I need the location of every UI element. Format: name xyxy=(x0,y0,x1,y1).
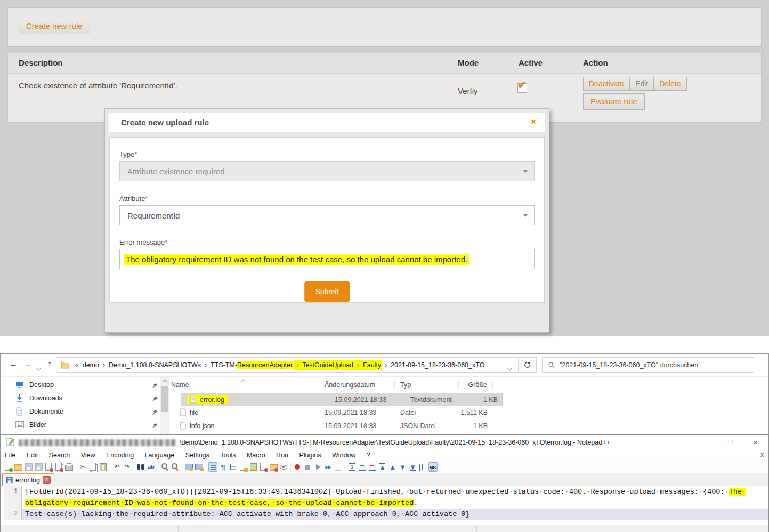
close-icon[interactable]: × xyxy=(531,117,536,127)
open-file-icon[interactable] xyxy=(14,462,23,472)
column-name[interactable]: Name xyxy=(171,381,319,390)
indent-guide-icon[interactable] xyxy=(229,462,238,472)
file-monitoring-icon[interactable] xyxy=(279,462,288,472)
close-icon[interactable]: × xyxy=(753,438,758,447)
menu-edit[interactable]: Edit xyxy=(22,450,43,461)
evaluate-rule-button[interactable]: Evaluate rule xyxy=(583,93,645,110)
file-row-error-log[interactable]: error.log 15.09.2021 18:33 Textdokument … xyxy=(181,393,503,406)
deactivate-button[interactable]: Deactivate xyxy=(583,77,630,91)
notepad-title-bar[interactable]: \demo\Demo_1.108.0-SNAPSHOTWs\TTS-TM-Res… xyxy=(1,435,768,450)
type-select[interactable]: Attribute existence required xyxy=(119,161,535,181)
copy-icon[interactable] xyxy=(88,462,98,472)
refresh-icon[interactable] xyxy=(519,357,537,373)
tab-error-log[interactable]: error.log × xyxy=(2,473,54,486)
print-icon[interactable] xyxy=(64,462,74,472)
word-wrap-icon[interactable] xyxy=(208,462,217,472)
search-input[interactable]: "2021-09-15_18-23-36-060_xTO" durchsuche… xyxy=(542,357,754,373)
macro-save-icon[interactable] xyxy=(334,462,343,472)
new-file-icon[interactable] xyxy=(4,462,13,472)
redo-icon[interactable]: ↷ xyxy=(123,462,132,472)
save-icon[interactable] xyxy=(24,462,33,472)
menu-view[interactable]: View xyxy=(77,450,100,461)
function-list-icon[interactable] xyxy=(239,462,248,472)
active-checkbox[interactable]: ✔ xyxy=(517,83,527,93)
bookmark-list-icon[interactable] xyxy=(358,462,367,472)
error-message-input[interactable]: The obligatory requirement ID was not fo… xyxy=(119,249,535,269)
document-switcher-icon[interactable] xyxy=(259,462,268,472)
notepad-editor[interactable]: 1 [FolderId(2021-09-15_18-23-36-060_xTO)… xyxy=(1,486,768,525)
forward-icon[interactable]: → xyxy=(24,359,33,369)
bookmark-flag-icon[interactable] xyxy=(347,462,357,472)
attribute-select[interactable]: RequirementId xyxy=(119,205,535,225)
breadcrumb-testguideupload[interactable]: TestGuideUpload xyxy=(301,360,354,370)
address-dropdown-icon[interactable] xyxy=(508,364,512,372)
scrollbar-thumb[interactable] xyxy=(161,386,168,412)
file-row-info-json[interactable]: info.json 15.09.2021 18:33 JSON-Datei 1 … xyxy=(171,420,768,433)
scroll-up-icon[interactable] xyxy=(163,380,168,385)
nav-first-icon[interactable]: ▲ xyxy=(378,462,387,472)
breadcrumb-current-folder[interactable]: 2021-09-15_18-23-36-060_xTO xyxy=(390,360,485,370)
show-all-characters-icon[interactable]: ¶ xyxy=(218,462,228,472)
compare-icon[interactable] xyxy=(418,462,427,472)
create-new-rule-button[interactable]: Create new rule xyxy=(19,18,90,34)
sync-vertical-icon[interactable] xyxy=(184,462,193,472)
back-icon[interactable]: ← xyxy=(9,359,18,369)
spell-check-icon[interactable]: ABC xyxy=(428,462,438,472)
sidebar-item-downloads[interactable]: Downloads xyxy=(1,392,160,406)
nav-next-icon[interactable]: ▼ xyxy=(398,462,407,472)
replace-icon[interactable]: ab xyxy=(147,462,156,472)
submit-button[interactable]: Submit xyxy=(304,281,350,302)
menu-file[interactable]: File xyxy=(1,450,20,461)
document-map-icon[interactable] xyxy=(249,462,258,472)
column-date[interactable]: Änderungsdatum xyxy=(319,381,395,390)
menu-encoding[interactable]: Encoding xyxy=(102,450,138,461)
cut-icon[interactable]: ✂ xyxy=(78,462,87,472)
paste-icon[interactable] xyxy=(99,462,108,472)
macro-play-icon[interactable] xyxy=(313,462,322,472)
column-type[interactable]: Typ xyxy=(395,381,459,390)
sidebar-item-desktop[interactable]: Desktop xyxy=(1,379,160,392)
menu-settings[interactable]: Settings xyxy=(181,450,214,461)
zoom-out-icon[interactable] xyxy=(171,462,180,472)
menu-search[interactable]: Search xyxy=(45,450,75,461)
file-row-file[interactable]: file 15.09.2021 18:33 Datei 1.511 KB xyxy=(171,406,768,420)
find-icon[interactable] xyxy=(136,462,145,472)
sidebar-scrollbar[interactable] xyxy=(160,377,169,435)
edit-button[interactable]: Edit xyxy=(629,77,654,91)
delete-button[interactable]: Delete xyxy=(653,77,686,91)
breadcrumb-demo[interactable]: demo xyxy=(82,360,100,370)
close-file-icon[interactable] xyxy=(44,462,53,472)
menu-macro[interactable]: Macro xyxy=(242,450,270,461)
tab-close-icon[interactable]: × xyxy=(43,476,51,484)
bookmark-clear-icon[interactable] xyxy=(368,462,377,472)
menu-plugins[interactable]: Plugins xyxy=(295,450,326,461)
up-icon[interactable]: ↑ xyxy=(47,359,52,369)
nav-last-icon[interactable]: ▼ xyxy=(408,462,417,472)
close-all-icon[interactable] xyxy=(54,462,63,472)
macro-stop-icon[interactable] xyxy=(303,462,312,472)
save-all-icon[interactable] xyxy=(34,462,43,472)
menu-help[interactable]: ? xyxy=(362,450,375,461)
close-document-x[interactable]: X xyxy=(760,450,764,461)
sync-horizontal-icon[interactable] xyxy=(195,462,204,472)
undo-icon[interactable]: ↶ xyxy=(112,462,122,472)
menu-run[interactable]: Run xyxy=(272,450,293,461)
menu-language[interactable]: Language xyxy=(141,450,179,461)
minimize-icon[interactable]: — xyxy=(698,438,705,446)
folder-as-workspace-icon[interactable] xyxy=(269,462,278,472)
breadcrumb-faulty[interactable]: Faulty xyxy=(362,360,382,370)
maximize-icon[interactable]: □ xyxy=(728,438,732,446)
menu-tools[interactable]: Tools xyxy=(216,450,240,461)
menu-window[interactable]: Window xyxy=(328,450,360,461)
breadcrumb-snapshot[interactable]: Demo_1.108.0-SNAPSHOTWs xyxy=(108,360,202,370)
macro-run-multiple-icon[interactable]: ▶▶ xyxy=(323,462,333,472)
sidebar-item-dokumente[interactable]: Dokumente xyxy=(1,406,160,419)
address-bar[interactable]: « demo › Demo_1.108.0-SNAPSHOTWs › TTS-T… xyxy=(56,357,519,373)
zoom-in-icon[interactable] xyxy=(160,462,169,472)
recent-locations-icon[interactable] xyxy=(37,362,41,372)
column-size[interactable]: Größe xyxy=(459,381,493,390)
macro-record-icon[interactable] xyxy=(293,462,302,472)
sidebar-item-bilder[interactable]: Bilder xyxy=(1,419,160,432)
breadcrumb-resourcenadapter[interactable]: TTS-TM-ResourcenAdapter xyxy=(209,360,294,370)
nav-prev-icon[interactable]: ▲ xyxy=(388,462,397,472)
